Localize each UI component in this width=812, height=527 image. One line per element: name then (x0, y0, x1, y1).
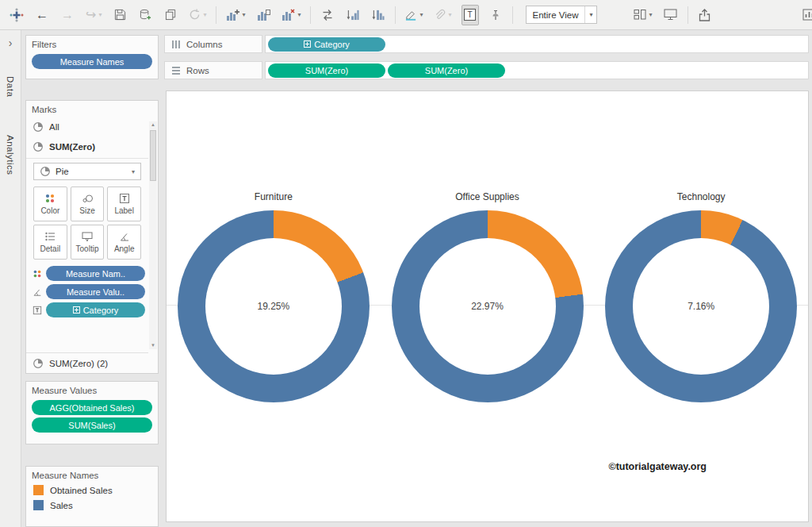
workspace: › Data Analytics Filters Measure Names M… (0, 30, 812, 527)
pill-sum-sales[interactable]: SUM(Sales) (32, 417, 152, 433)
chart-title: Furniture (255, 191, 293, 203)
pie-icon (33, 121, 44, 133)
legend-item-obtained-sales[interactable]: Obtained Sales (26, 483, 158, 498)
highlight-button[interactable]: ▾ (404, 5, 424, 25)
donut-chart-office-supplies[interactable]: 22.97% (392, 210, 584, 402)
marks-label-button[interactable]: Label (107, 187, 141, 221)
clear-sheet-button[interactable]: ▾ (280, 5, 302, 25)
columns-icon (171, 40, 181, 49)
legend-swatch-orange (33, 485, 44, 495)
save-button[interactable] (111, 5, 128, 25)
show-me-button[interactable] (800, 5, 812, 25)
pill-label: SUM(Zero) (305, 66, 348, 75)
marks-tooltip-button[interactable]: Tooltip (71, 225, 105, 260)
donut-percent-label: 22.97% (471, 301, 504, 312)
button-label: Detail (40, 244, 61, 253)
save-icon (114, 9, 126, 21)
marks-row-all[interactable]: All (26, 117, 148, 137)
show-mark-labels-button[interactable]: T (462, 5, 479, 25)
new-worksheet-button[interactable]: ▾ (224, 5, 247, 25)
color-icon (31, 269, 43, 279)
undo-icon: ← (36, 9, 48, 21)
marks-scrollbar[interactable]: ▲ ▼ (149, 121, 157, 349)
marks-row-sum-zero[interactable]: SUM(Zero) (26, 137, 148, 156)
fix-axes-button[interactable] (487, 5, 504, 25)
sort-descending-button[interactable] (370, 5, 387, 25)
presentation-mode-button[interactable] (662, 5, 680, 25)
watermark: ©tutorialgateway.org (608, 461, 707, 472)
filter-pill-measure-names[interactable]: Measure Names (32, 54, 152, 69)
button-label: Angle (114, 244, 135, 253)
presentation-icon (664, 9, 677, 21)
divider (26, 158, 148, 159)
legend-title: Measure Names (26, 467, 158, 483)
share-button[interactable] (696, 5, 714, 25)
donut-chart-technology[interactable]: 7.16% (605, 210, 797, 402)
donut-hole: 22.97% (419, 238, 556, 375)
button-label: Label (114, 206, 133, 215)
pill-category[interactable]: Category (46, 302, 145, 317)
swap-axes-button[interactable] (319, 5, 336, 25)
group-button[interactable]: ▾ (432, 5, 453, 25)
new-data-source-button[interactable] (136, 5, 154, 25)
pill-label: Measure Nam.. (66, 269, 125, 279)
duplicate-sheet-button[interactable] (255, 5, 272, 25)
marks-row-sum-zero-2[interactable]: SUM(Zero) (2) (26, 352, 148, 373)
refresh-button[interactable]: ▾ (187, 5, 208, 25)
fit-dropdown[interactable]: Entire View ▾ (526, 6, 598, 24)
left-panel: Filters Measure Names Marks All SUM(Zero… (21, 30, 161, 527)
chevron-down-icon: ▾ (584, 6, 596, 23)
label-icon (119, 193, 130, 204)
chevron-down-icon: ▾ (448, 11, 451, 18)
pill-measure-values[interactable]: Measure Valu.. (46, 284, 145, 299)
rows-pill-sum-zero-2[interactable]: SUM(Zero) (388, 63, 505, 78)
pill-measure-names[interactable]: Measure Nam.. (46, 266, 145, 281)
tableau-window: ← → ↪ ▾ ▾ (0, 0, 812, 527)
pill-agg-obtained-sales[interactable]: AGG(Obtained Sales) (32, 400, 152, 415)
show-cards-button[interactable]: ▾ (632, 5, 653, 25)
scroll-up-icon[interactable]: ▲ (151, 121, 155, 129)
replay-button[interactable]: ↪ ▾ (84, 5, 103, 25)
rows-shelf-pills[interactable]: SUM(Zero) SUM(Zero) (265, 61, 809, 79)
undo-button[interactable]: ← (33, 5, 51, 25)
tab-data[interactable]: Data (6, 76, 15, 97)
marks-size-button[interactable]: Size (71, 187, 105, 221)
donut-percent-label: 19.25% (257, 301, 289, 312)
chart-title: Office Supplies (455, 191, 519, 203)
text-label-icon: T (464, 9, 476, 21)
toolbar-divider (216, 6, 216, 24)
legend-label: Sales (50, 501, 73, 510)
scrollbar-thumb[interactable] (150, 130, 156, 181)
chevron-down-icon: ▾ (132, 168, 135, 175)
marks-row-label: All (49, 122, 59, 132)
marks-angle-button[interactable]: Angle (107, 225, 141, 260)
scroll-down-icon[interactable]: ▼ (151, 342, 155, 349)
columns-shelf-pills[interactable]: Category (265, 35, 809, 53)
marks-title: Marks (26, 101, 148, 117)
redo-button[interactable]: → (59, 5, 76, 25)
filters-title: Filters (26, 36, 158, 52)
pill-label: SUM(Sales) (68, 421, 115, 430)
color-icon (44, 193, 56, 204)
mark-type-dropdown[interactable]: Pie ▾ (33, 163, 141, 180)
marks-detail-button[interactable]: Detail (33, 225, 67, 260)
marks-card: Marks All SUM(Zero) Pie ▾ (25, 100, 159, 374)
tableau-logo-icon (10, 8, 24, 22)
marks-color-button[interactable]: Color (33, 187, 67, 221)
sort-descending-icon (372, 9, 385, 21)
legend-label: Obtained Sales (50, 486, 113, 495)
pill-label: Measure Valu.. (67, 287, 124, 297)
tableau-logo-button[interactable] (8, 5, 25, 25)
sheet-area: Columns Category Rows (161, 30, 812, 527)
columns-pill-category[interactable]: Category (268, 37, 385, 52)
share-icon (699, 9, 710, 21)
side-tab-strip: › Data Analytics (0, 30, 21, 527)
sort-ascending-button[interactable] (344, 5, 362, 25)
expand-pane-icon[interactable]: › (9, 37, 13, 49)
rows-pill-sum-zero-1[interactable]: SUM(Zero) (268, 63, 385, 78)
legend-item-sales[interactable]: Sales (26, 498, 158, 513)
tab-analytics[interactable]: Analytics (6, 135, 15, 175)
duplicate-button[interactable] (162, 5, 179, 25)
chevron-down-icon: ▾ (649, 11, 652, 18)
donut-chart-furniture[interactable]: 19.25% (178, 210, 370, 402)
